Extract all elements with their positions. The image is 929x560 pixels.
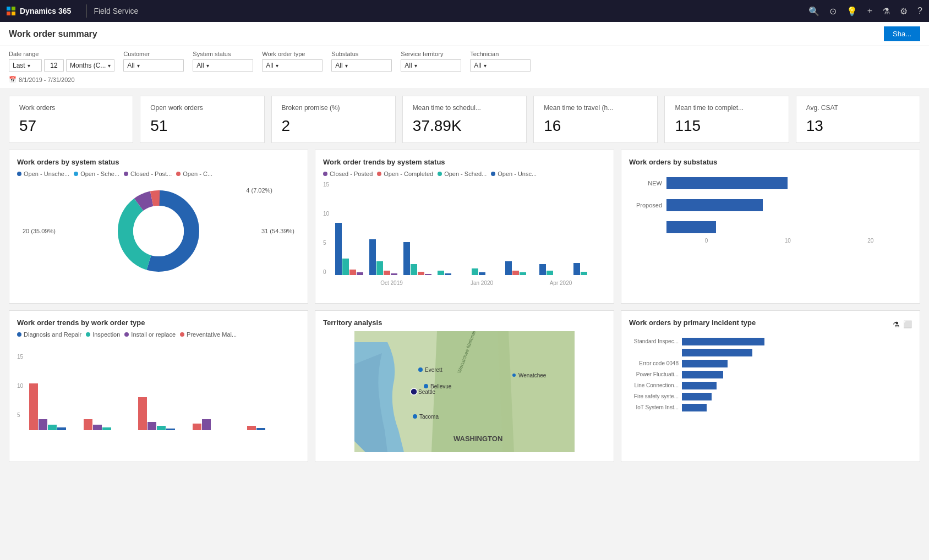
kpi-label: Mean time to complet... xyxy=(675,104,778,113)
legend-dot xyxy=(124,332,129,337)
legend-item: Open - Unsche... xyxy=(17,171,69,177)
date-period-select[interactable]: Last ▾ xyxy=(9,59,42,72)
brand-name: Dynamics 365 xyxy=(20,7,71,15)
brand-logo[interactable]: Dynamics 365 xyxy=(7,7,80,15)
stacked-bar-segment xyxy=(138,397,147,430)
legend-label: Open - Sched... xyxy=(444,171,487,177)
everett-dot xyxy=(418,367,423,372)
work-order-type-select[interactable]: All ▾ xyxy=(262,59,323,72)
map-container: Everett Bellevue Seattle Tacoma Wenatche… xyxy=(323,331,606,454)
customer-select[interactable]: All ▾ xyxy=(123,59,184,72)
chart4-bars xyxy=(29,342,300,430)
bar-group xyxy=(29,342,82,430)
incident-bar-row: IoT System Inst... xyxy=(629,404,912,411)
bar-group xyxy=(403,182,436,275)
kpi-row: Work orders 57 Open work orders 51 Broke… xyxy=(0,89,929,150)
help-icon[interactable]: ? xyxy=(917,6,922,16)
system-status-select[interactable]: All ▾ xyxy=(193,59,253,72)
kpi-value: 51 xyxy=(150,117,254,135)
stacked-bar-segment xyxy=(256,428,265,430)
chart5-title: Territory analysis xyxy=(323,319,606,327)
donut-left-label: 20 (35.09%) xyxy=(23,228,56,234)
filter-icon[interactable]: ⚗ xyxy=(882,6,890,17)
kpi-value: 2 xyxy=(282,117,385,135)
chart2-x-labels: Oct 2019 Jan 2020 Apr 2020 xyxy=(335,280,606,286)
svg-point-4 xyxy=(133,206,184,256)
stacked-bar-segment xyxy=(369,239,376,275)
bar-group xyxy=(369,182,402,275)
service-territory-select[interactable]: All ▾ xyxy=(401,59,461,72)
system-status-filter: System status All ▾ xyxy=(193,51,253,72)
substatus-filter: Substatus All ▾ xyxy=(331,51,392,72)
bottom-charts-grid: Work order trends by work order type Dia… xyxy=(0,310,929,469)
target-icon[interactable]: ⊙ xyxy=(829,6,837,17)
work-orders-by-substatus-chart: Work orders by substatus NEW Proposed 01… xyxy=(621,150,920,304)
legend-item: Open - C... xyxy=(176,171,212,177)
legend-label: Diagnosis and Repair xyxy=(24,331,81,338)
incident-bar xyxy=(682,404,707,411)
donut-right-label: 31 (54.39%) xyxy=(261,228,294,234)
legend-item: Open - Unsc... xyxy=(491,171,537,177)
brand-grid-icon xyxy=(7,7,15,15)
stacked-bar-segment xyxy=(202,419,211,430)
incident-label: Standard Inspec... xyxy=(629,338,679,344)
settings-icon[interactable]: ⚙ xyxy=(900,6,908,17)
stacked-bar-segment xyxy=(445,273,451,275)
date-num-input[interactable] xyxy=(44,59,64,72)
chevron-down-icon: ▾ xyxy=(28,63,30,69)
substatus-select[interactable]: All ▾ xyxy=(331,59,392,72)
stacked-bar-segment xyxy=(376,261,383,275)
new-bar xyxy=(666,177,788,189)
legend-item: Inspection xyxy=(86,331,120,338)
chart6-title: Work orders by primary incident type xyxy=(629,319,756,327)
date-unit-select[interactable]: Months (C... ▾ xyxy=(66,59,114,72)
technician-select[interactable]: All ▾ xyxy=(470,59,531,72)
tacoma-dot xyxy=(413,414,417,419)
bar-group xyxy=(84,342,136,430)
legend-dot xyxy=(17,332,21,337)
incident-label: Error code 0048 xyxy=(629,360,679,366)
svg-text:Everett: Everett xyxy=(425,367,442,373)
kpi-card: Avg. CSAT 13 xyxy=(796,96,920,143)
chart6-filter-icon[interactable]: ⚗ xyxy=(893,320,900,329)
stacked-bar-segment xyxy=(102,427,111,430)
chart2-y-labels: 151050 xyxy=(323,182,333,275)
lightbulb-icon[interactable]: 💡 xyxy=(846,6,857,17)
kpi-card: Mean time to travel (h... 16 xyxy=(533,96,658,143)
bar-row-new: NEW xyxy=(629,177,912,189)
bellevue-dot xyxy=(424,384,428,388)
date-range-control: Last ▾ Months (C... ▾ xyxy=(9,59,114,72)
chart2-area: 151050 Oct 2019 Jan 2020 Apr 2020 xyxy=(323,182,606,286)
stacked-bar-segment xyxy=(438,271,444,275)
incident-bar xyxy=(682,371,723,378)
incident-label: IoT System Inst... xyxy=(629,404,679,410)
search-icon[interactable]: 🔍 xyxy=(808,6,819,17)
stacked-bar-segment xyxy=(512,271,519,275)
page-title: Work order summary xyxy=(9,29,97,39)
legend-label: Open - Unsc... xyxy=(498,171,537,177)
service-territory-filter: Service territory All ▾ xyxy=(401,51,461,72)
add-icon[interactable]: + xyxy=(867,6,872,16)
chart2-title: Work order trends by system status xyxy=(323,158,606,166)
work-order-type-label: Work order type xyxy=(262,51,323,57)
stacked-bar-segment xyxy=(547,271,553,275)
legend-label: Open - Completed xyxy=(384,171,433,177)
incident-bar xyxy=(682,382,717,389)
svg-text:WASHINGTON: WASHINGTON xyxy=(453,435,502,443)
stacked-bar-segment xyxy=(418,272,424,275)
bar-group xyxy=(505,182,538,275)
bar-group xyxy=(193,342,245,430)
kpi-value: 16 xyxy=(544,117,647,135)
legend-dot xyxy=(438,172,442,176)
technician-label: Technician xyxy=(470,51,531,57)
chevron-down-icon: ▾ xyxy=(276,63,278,69)
stacked-bar-segment xyxy=(157,426,166,430)
kpi-card: Work orders 57 xyxy=(9,96,133,143)
kpi-value: 13 xyxy=(806,117,910,135)
share-button[interactable]: Sha... xyxy=(884,26,920,41)
chart6-header: Work orders by primary incident type ⚗ ⬜ xyxy=(629,319,912,331)
legend-item: Preventative Mai... xyxy=(180,331,237,338)
chevron-down-icon: ▾ xyxy=(414,63,417,69)
legend-dot xyxy=(323,172,327,176)
chart6-expand-icon[interactable]: ⬜ xyxy=(903,320,912,329)
